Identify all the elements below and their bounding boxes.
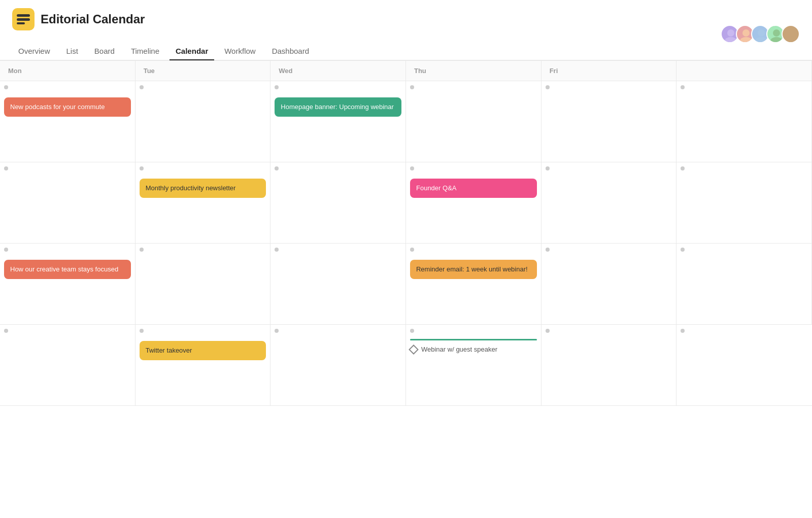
dot-row2-fri <box>546 166 550 170</box>
user-avatars <box>721 25 800 43</box>
main-nav: Overview List Board Timeline Calendar Wo… <box>12 43 315 60</box>
cell-row3-mon: How our creative team stays focused <box>0 244 136 325</box>
svg-rect-0 <box>17 14 30 17</box>
cell-row3-thu: Reminder email: 1 week until webinar! <box>406 244 542 325</box>
cell-row2-mon <box>0 162 136 244</box>
app-header: Editorial Calendar Overview List Board T… <box>0 0 812 60</box>
app-title: Editorial Calendar <box>41 12 145 26</box>
svg-point-4 <box>725 37 737 43</box>
dot-row4-mon <box>4 329 8 333</box>
calendar-grid: Mon Tue Wed Thu Fri New podcasts for you… <box>0 60 812 406</box>
nav-list[interactable]: List <box>60 43 84 60</box>
dot-row2-extra <box>681 166 685 170</box>
dot-row3-thu <box>410 248 414 252</box>
cell-row3-fri <box>542 244 677 325</box>
event-webinar-guest[interactable]: Webinar w/ guest speaker <box>410 342 537 356</box>
nav-workflow[interactable]: Workflow <box>218 43 261 60</box>
dot-row3-tue <box>140 248 144 252</box>
event-webinar-label: Webinar w/ guest speaker <box>421 346 497 353</box>
cell-row2-wed <box>270 162 406 244</box>
event-reminder-email[interactable]: Reminder email: 1 week until webinar! <box>410 260 537 279</box>
avatar-5 <box>782 25 800 43</box>
cell-row4-extra <box>676 325 812 406</box>
app-logo <box>12 8 35 30</box>
event-homepage-banner[interactable]: Homepage banner: Upcoming webinar <box>275 97 401 117</box>
cell-row1-tue <box>136 81 271 162</box>
cell-row4-fri <box>542 325 677 406</box>
svg-point-6 <box>740 37 752 43</box>
cell-row3-tue <box>136 244 271 325</box>
cell-row2-thu: Founder Q&A <box>406 162 542 244</box>
cell-row4-wed <box>270 325 406 406</box>
dot-row3-fri <box>546 248 550 252</box>
dot-row1-mon <box>4 85 8 89</box>
day-header-fri: Fri <box>542 61 677 81</box>
dot-row4-fri <box>546 329 550 333</box>
logo-title: Editorial Calendar <box>12 8 145 30</box>
nav-overview[interactable]: Overview <box>12 43 56 60</box>
cell-row1-extra <box>676 81 812 162</box>
dot-row1-wed <box>275 85 279 89</box>
cell-row2-extra <box>676 162 812 244</box>
day-header-extra <box>676 61 812 81</box>
dot-row1-tue <box>140 85 144 89</box>
dot-row1-fri <box>546 85 550 89</box>
svg-point-11 <box>788 29 795 37</box>
day-header-tue: Tue <box>136 61 271 81</box>
day-header-wed: Wed <box>270 61 406 81</box>
dot-row3-mon <box>4 248 8 252</box>
svg-rect-2 <box>17 22 25 24</box>
svg-point-8 <box>755 37 767 43</box>
dot-row2-mon <box>4 166 8 170</box>
dot-row2-wed <box>275 166 279 170</box>
nav-timeline[interactable]: Timeline <box>125 43 165 60</box>
dot-row4-wed <box>275 329 279 333</box>
svg-point-7 <box>758 29 765 37</box>
dot-row1-extra <box>681 85 685 89</box>
dot-row3-extra <box>681 248 685 252</box>
dot-row2-tue <box>140 166 144 170</box>
nav-dashboard[interactable]: Dashboard <box>266 43 315 60</box>
cell-row3-wed <box>270 244 406 325</box>
svg-point-10 <box>770 37 783 43</box>
green-accent-line <box>410 339 537 340</box>
nav-calendar[interactable]: Calendar <box>170 43 214 60</box>
dot-row1-thu <box>410 85 414 89</box>
svg-point-9 <box>773 29 780 37</box>
cell-row1-fri <box>542 81 677 162</box>
dot-row2-thu <box>410 166 414 170</box>
cell-row2-fri <box>542 162 677 244</box>
dot-row4-extra <box>681 329 685 333</box>
header-left: Editorial Calendar Overview List Board T… <box>12 8 315 60</box>
event-founder-qa[interactable]: Founder Q&A <box>410 179 537 198</box>
svg-point-12 <box>786 37 798 43</box>
cell-row4-thu: Webinar w/ guest speaker <box>406 325 542 406</box>
cell-row1-thu <box>406 81 542 162</box>
svg-rect-1 <box>17 18 30 21</box>
event-twitter-takeover[interactable]: Twitter takeover <box>140 341 266 360</box>
svg-point-5 <box>742 29 750 37</box>
dot-row4-tue <box>140 329 144 333</box>
cell-row1-mon: New podcasts for your commute <box>0 81 136 162</box>
cell-row2-tue: Monthly productivity newsletter <box>136 162 271 244</box>
day-header-mon: Mon <box>0 61 136 81</box>
day-header-thu: Thu <box>406 61 542 81</box>
event-podcasts[interactable]: New podcasts for your commute <box>4 97 131 117</box>
cell-row4-mon <box>0 325 136 406</box>
cell-row1-wed: Homepage banner: Upcoming webinar <box>270 81 406 162</box>
event-creative-team[interactable]: How our creative team stays focused <box>4 260 131 279</box>
cell-row3-extra <box>676 244 812 325</box>
event-newsletter[interactable]: Monthly productivity newsletter <box>140 179 266 198</box>
dot-row3-wed <box>275 248 279 252</box>
svg-point-3 <box>727 29 734 37</box>
nav-board[interactable]: Board <box>88 43 121 60</box>
diamond-icon <box>409 344 419 355</box>
dot-row4-thu <box>410 329 414 333</box>
cell-row4-tue: Twitter takeover <box>136 325 271 406</box>
